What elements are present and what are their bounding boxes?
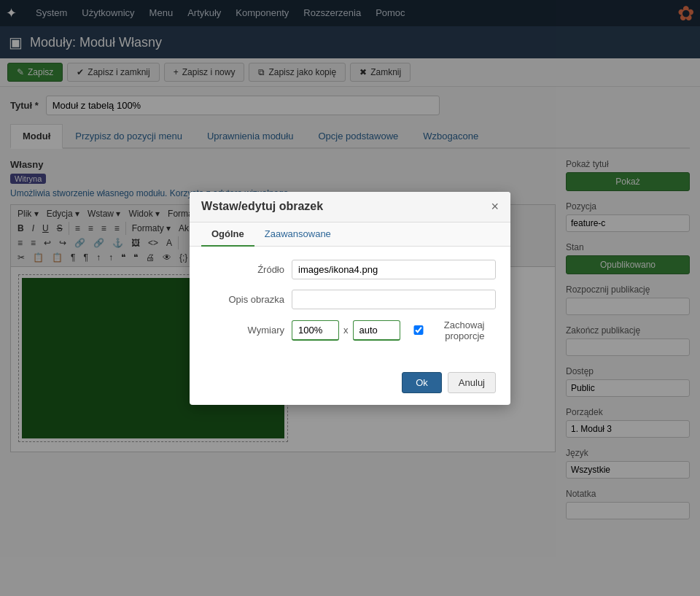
modal-height-input[interactable]	[353, 320, 400, 341]
modal-source-label: Źródło	[204, 264, 284, 275]
modal-dimensions-label: Wymiary	[204, 325, 284, 336]
modal-desc-input[interactable]	[292, 290, 496, 309]
modal-desc-label: Opis obrazka	[204, 294, 284, 305]
modal-footer: Ok Anuluj	[190, 365, 510, 405]
modal-header: Wstaw/edytuj obrazek ×	[190, 192, 510, 222]
modal-ok-button[interactable]: Ok	[402, 372, 442, 393]
modal-keep-ratio-label: Zachowaj proporcje	[405, 320, 485, 341]
modal-dim-inputs: x Zachowaj proporcje	[292, 320, 485, 341]
modal-dim-x: x	[343, 325, 349, 336]
modal-body: Źródło Opis obrazka Wymiary x Zachowaj p…	[190, 247, 510, 365]
modal-desc-field: Opis obrazka	[204, 290, 496, 309]
modal-tabs: Ogólne Zaawansowane	[190, 222, 510, 247]
modal-keep-ratio-checkbox[interactable]	[405, 325, 432, 335]
modal-cancel-button[interactable]: Anuluj	[448, 372, 496, 393]
modal-tab-general[interactable]: Ogólne	[201, 222, 254, 247]
image-modal: Wstaw/edytuj obrazek × Ogólne Zaawansowa…	[190, 192, 510, 405]
modal-overlay: Wstaw/edytuj obrazek × Ogólne Zaawansowa…	[0, 0, 700, 538]
modal-close-button[interactable]: ×	[491, 199, 499, 214]
modal-tab-advanced[interactable]: Zaawansowane	[254, 222, 341, 247]
modal-dimensions-field: Wymiary x Zachowaj proporcje	[204, 320, 496, 341]
modal-source-input[interactable]	[292, 260, 496, 279]
modal-title: Wstaw/edytuj obrazek	[201, 200, 323, 213]
modal-source-field: Źródło	[204, 260, 496, 279]
modal-width-input[interactable]	[292, 320, 339, 341]
